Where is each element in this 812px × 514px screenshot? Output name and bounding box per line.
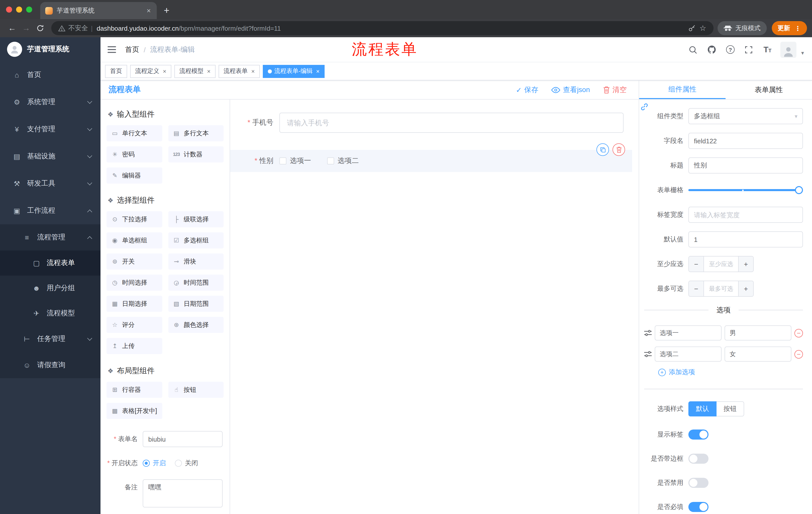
palette-item-radio-group[interactable]: ◉单选框组 bbox=[107, 232, 162, 248]
style-default-button[interactable]: 默认 bbox=[688, 401, 717, 416]
required-toggle[interactable] bbox=[688, 502, 708, 512]
tag-close-icon[interactable]: × bbox=[163, 67, 166, 75]
palette-item-counter[interactable]: 123计数器 bbox=[168, 146, 224, 162]
palette-item-date-picker[interactable]: ▦日期选择 bbox=[107, 296, 162, 312]
tag-close-icon[interactable]: × bbox=[316, 67, 320, 75]
view-json-button[interactable]: 查看json bbox=[551, 85, 590, 94]
max-select-value[interactable]: 最多可选 bbox=[704, 281, 738, 296]
decrease-button[interactable]: − bbox=[689, 281, 704, 296]
save-button[interactable]: ✓ 保存 bbox=[516, 85, 538, 94]
tag-process-form[interactable]: 流程表单× bbox=[219, 64, 260, 78]
fullscreen-button[interactable] bbox=[744, 44, 754, 55]
field-name-input[interactable] bbox=[688, 133, 803, 149]
bookmark-star-button[interactable]: ☆ bbox=[699, 24, 706, 33]
component-type-select[interactable]: 多选框组 ▾ bbox=[688, 108, 803, 124]
palette-item-color-picker[interactable]: ⊛颜色选择 bbox=[168, 317, 224, 333]
palette-item-switch[interactable]: ⊚开关 bbox=[107, 253, 162, 270]
font-size-button[interactable]: TT bbox=[762, 44, 773, 55]
slider-handle[interactable] bbox=[795, 186, 803, 194]
palette-item-cascader[interactable]: ├级联选择 bbox=[168, 211, 224, 227]
tag-home[interactable]: 首页 bbox=[105, 64, 127, 78]
breadcrumb-home[interactable]: 首页 bbox=[125, 45, 139, 54]
forward-button[interactable]: → bbox=[19, 21, 33, 35]
add-option-button[interactable]: + 添加选项 bbox=[658, 368, 803, 377]
sidebar-item-leave-query[interactable]: ☺ 请假查询 bbox=[0, 352, 100, 378]
avatar[interactable] bbox=[781, 42, 797, 58]
palette-item-time-picker[interactable]: ◷时间选择 bbox=[107, 275, 162, 291]
sidebar-item-infrastructure[interactable]: ▤ 基础设施 bbox=[0, 143, 100, 170]
border-toggle[interactable] bbox=[688, 454, 708, 464]
status-on-radio[interactable]: 开启 bbox=[143, 459, 166, 468]
selected-widget-gender[interactable]: 性别 选项一 选项二 bbox=[230, 150, 632, 172]
sidebar-item-process-model[interactable]: ✈ 流程模型 bbox=[0, 301, 100, 326]
form-remark-textarea[interactable]: 嘿嘿 bbox=[143, 479, 223, 508]
sidebar-item-user-group[interactable]: ☻ 用户分组 bbox=[0, 276, 100, 301]
palette-item-editor[interactable]: ✎编辑器 bbox=[107, 167, 162, 184]
tag-process-model[interactable]: 流程模型× bbox=[174, 64, 215, 78]
sidebar-item-task-management[interactable]: ⊢ 任务管理 bbox=[0, 326, 100, 352]
sidebar-item-system[interactable]: ⚙ 系统管理 bbox=[0, 88, 100, 116]
palette-item-slider[interactable]: ⊸滑块 bbox=[168, 253, 224, 270]
option-name-input[interactable] bbox=[655, 325, 722, 341]
drag-handle-icon[interactable] bbox=[644, 330, 652, 336]
increase-button[interactable]: + bbox=[738, 256, 753, 272]
browser-menu-icon[interactable]: ⋮ bbox=[795, 24, 801, 32]
sidebar-item-payment[interactable]: ¥ 支付管理 bbox=[0, 116, 100, 143]
palette-item-time-range[interactable]: ◶时间范围 bbox=[168, 275, 224, 291]
option-value-input[interactable] bbox=[725, 347, 791, 361]
default-value-input[interactable] bbox=[688, 231, 803, 247]
github-button[interactable] bbox=[706, 44, 717, 55]
minimize-window-button[interactable] bbox=[16, 6, 22, 12]
chrome-update-button[interactable]: 更新 ⋮ bbox=[772, 21, 807, 35]
palette-item-select[interactable]: ⊙下拉选择 bbox=[107, 211, 162, 227]
help-button[interactable]: ? bbox=[725, 44, 736, 55]
drag-handle-icon[interactable] bbox=[644, 351, 652, 357]
style-button-button[interactable]: 按钮 bbox=[717, 401, 744, 416]
status-off-radio[interactable]: 关闭 bbox=[175, 459, 198, 468]
decrease-button[interactable]: − bbox=[689, 256, 704, 272]
tab-form-props[interactable]: 表单属性 bbox=[726, 80, 812, 99]
sidebar-item-process-management[interactable]: ≡ 流程管理 bbox=[0, 224, 100, 250]
grid-slider[interactable] bbox=[688, 182, 803, 198]
sidebar-fold-button[interactable] bbox=[108, 46, 116, 53]
tab-close-icon[interactable]: × bbox=[146, 6, 152, 15]
option-name-input[interactable] bbox=[655, 347, 722, 361]
palette-item-button[interactable]: ☝按钮 bbox=[168, 382, 224, 398]
tag-close-icon[interactable]: × bbox=[251, 67, 255, 75]
browser-tab[interactable]: 芋道管理系统 × bbox=[40, 2, 157, 19]
passwords-key-button[interactable] bbox=[688, 24, 695, 32]
maximize-window-button[interactable] bbox=[26, 6, 32, 12]
increase-button[interactable]: + bbox=[738, 281, 753, 296]
show-label-toggle[interactable] bbox=[688, 430, 708, 439]
palette-item-password[interactable]: ✳密码 bbox=[107, 146, 162, 162]
palette-item-date-range[interactable]: ▧日期范围 bbox=[168, 296, 224, 312]
sidebar-item-workflow[interactable]: ▣ 工作流程 bbox=[0, 197, 100, 224]
caret-down-icon[interactable]: ▾ bbox=[801, 50, 804, 56]
tag-process-definition[interactable]: 流程定义× bbox=[130, 64, 171, 78]
clear-button[interactable]: 清空 bbox=[603, 85, 627, 94]
phone-field-input[interactable] bbox=[279, 113, 624, 133]
form-name-input[interactable] bbox=[143, 431, 223, 447]
palette-item-upload[interactable]: ↥上传 bbox=[107, 338, 162, 354]
delete-widget-button[interactable] bbox=[612, 143, 625, 156]
gender-option-2-checkbox[interactable]: 选项二 bbox=[327, 156, 359, 165]
sidebar-item-home[interactable]: ⌂ 首页 bbox=[0, 61, 100, 88]
close-window-button[interactable] bbox=[6, 6, 12, 12]
back-button[interactable]: ← bbox=[5, 21, 19, 35]
palette-item-single-line-text[interactable]: ▭单行文本 bbox=[107, 125, 162, 141]
link-icon[interactable] bbox=[640, 103, 648, 111]
palette-item-table[interactable]: ▩表格[开发中] bbox=[107, 403, 162, 419]
tag-process-form-edit[interactable]: 流程表单-编辑× bbox=[263, 64, 325, 78]
reload-button[interactable] bbox=[33, 21, 47, 35]
gender-option-1-checkbox[interactable]: 选项一 bbox=[279, 156, 311, 165]
sidebar-item-devtools[interactable]: ⚒ 研发工具 bbox=[0, 170, 100, 197]
remove-option-icon[interactable]: − bbox=[794, 350, 803, 358]
title-input[interactable] bbox=[688, 157, 803, 173]
tag-close-icon[interactable]: × bbox=[207, 67, 210, 75]
palette-item-checkbox-group[interactable]: ☑多选框组 bbox=[168, 232, 224, 248]
tab-component-props[interactable]: 组件属性 bbox=[639, 80, 726, 99]
palette-item-row-container[interactable]: ⊞行容器 bbox=[107, 382, 162, 398]
min-select-value[interactable]: 至少应选 bbox=[704, 256, 738, 272]
sidebar-item-process-form[interactable]: ▢ 流程表单 bbox=[0, 250, 100, 276]
label-width-input[interactable] bbox=[688, 207, 803, 223]
